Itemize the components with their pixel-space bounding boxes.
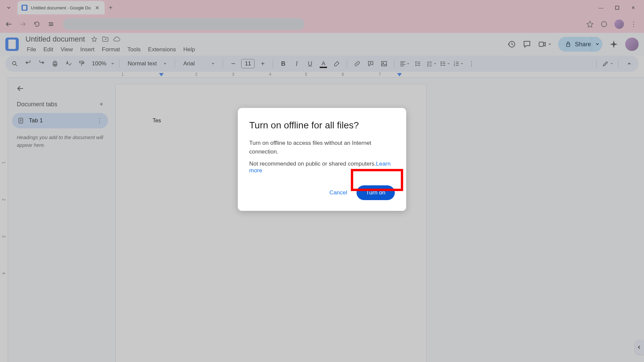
dialog-actions: Cancel Turn on [249, 185, 395, 200]
dialog-title: Turn on offline for all files? [249, 120, 395, 131]
dialog-body-text-2: Not recommended on public or shared comp… [249, 161, 395, 174]
offline-dialog: Turn on offline for all files? Turn on o… [238, 108, 406, 211]
cancel-button[interactable]: Cancel [327, 186, 349, 199]
modal-scrim: Turn on offline for all files? Turn on o… [0, 0, 644, 362]
dialog-body-text-1: Turn on offline to access files without … [249, 139, 395, 156]
turn-on-button[interactable]: Turn on [357, 185, 395, 200]
